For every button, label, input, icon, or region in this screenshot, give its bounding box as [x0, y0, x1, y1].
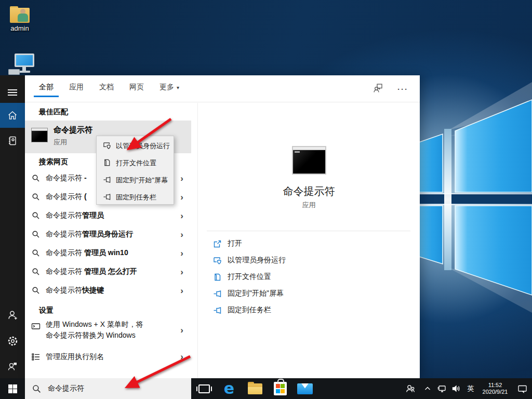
search-rail — [0, 75, 25, 378]
windows-logo-art — [416, 52, 532, 347]
desktop-icon-admin[interactable]: admin — [0, 6, 39, 32]
action-pin-to-start[interactable]: 固定到"开始"屏幕 — [198, 285, 420, 302]
system-tray: 英 11:52 2020/9/21 — [400, 378, 532, 399]
search-query-text: 命令提示符 — [48, 384, 84, 393]
chevron-right-icon[interactable]: › — [180, 211, 183, 220]
action-pin-to-taskbar[interactable]: 固定到任务栏 — [198, 302, 420, 318]
tab-all[interactable]: 全部 — [39, 79, 54, 98]
search-icon — [32, 249, 40, 257]
tray-overflow-button[interactable] — [421, 378, 434, 399]
web-search-section-label: 搜索网页 — [39, 157, 68, 167]
context-menu: 以管理员身份运行 打开文件位置 固定到"开始"屏幕 固定到任务栏 — [96, 136, 174, 205]
store-button[interactable] — [268, 378, 292, 399]
chevron-up-icon — [424, 385, 431, 392]
setting-row-winx[interactable]: 使用 Windows + X 菜单时，将 命令提示符替换为 Windows › — [25, 317, 191, 344]
search-icon — [32, 211, 40, 220]
network-icon — [437, 384, 446, 393]
preview-pane: 命令提示符 应用 打开 以管理员身份运行 打开文件位置 — [197, 103, 420, 378]
clock[interactable]: 11:52 2020/9/21 — [478, 378, 512, 399]
speaker-icon — [451, 384, 461, 393]
suggestion-row-6[interactable]: 命令提示符 管理员 怎么打开 › — [25, 262, 191, 281]
search-panel: 全部 应用 文档 网页 更多▾ ··· 最佳匹配 — [25, 75, 420, 378]
taskbar-search-box[interactable]: 命令提示符 — [25, 378, 191, 399]
start-button[interactable] — [0, 378, 25, 399]
chevron-right-icon[interactable]: › — [180, 230, 183, 239]
cmd-app-icon-large — [292, 146, 326, 175]
network-button[interactable] — [434, 378, 449, 399]
search-icon — [32, 230, 40, 238]
setting-row-aliases[interactable]: 管理应用执行别名 › — [25, 350, 191, 365]
journal-button[interactable] — [0, 129, 25, 153]
action-center-button[interactable] — [512, 378, 532, 399]
menu-button[interactable] — [0, 81, 25, 104]
best-match-section-label: 最佳匹配 — [39, 108, 68, 117]
chevron-right-icon[interactable]: › — [180, 174, 183, 183]
action-open-file-location[interactable]: 打开文件位置 — [198, 269, 420, 285]
volume-button[interactable] — [449, 378, 463, 399]
task-view-button[interactable] — [192, 378, 216, 399]
ime-language-label: 英 — [468, 384, 474, 393]
edge-button[interactable]: e — [217, 378, 241, 399]
account-button[interactable] — [0, 302, 25, 327]
tray-date: 2020/9/21 — [483, 389, 508, 395]
tab-apps[interactable]: 应用 — [69, 79, 84, 98]
tab-web[interactable]: 网页 — [129, 79, 144, 98]
tab-more[interactable]: 更多▾ — [159, 79, 179, 98]
action-open[interactable]: 打开 — [198, 235, 420, 252]
cmd-app-icon-small — [31, 128, 48, 142]
settings-section-label: 设置 — [39, 306, 54, 315]
best-match-title: 命令提示符 — [54, 125, 92, 135]
chevron-right-icon[interactable]: › — [180, 326, 183, 335]
taskbar: 命令提示符 e — [0, 378, 532, 399]
windows-logo-icon — [8, 384, 17, 393]
tab-documents[interactable]: 文档 — [99, 79, 114, 98]
pin-icon — [213, 306, 222, 315]
ime-indicator[interactable]: 英 — [463, 378, 478, 399]
preview-divider — [207, 231, 410, 231]
open-icon — [213, 240, 222, 248]
header-feedback-button[interactable] — [373, 82, 384, 96]
chevron-right-icon[interactable]: › — [180, 268, 183, 276]
suggestion-row-7[interactable]: 命令提示符快捷键 › — [25, 281, 191, 300]
settings-button[interactable] — [0, 328, 25, 353]
desktop-icon-this-pc[interactable] — [2, 54, 42, 75]
suggestion-row-3[interactable]: 命令提示符管理员 › — [25, 206, 191, 225]
store-icon — [274, 382, 287, 395]
console-window-icon — [31, 322, 41, 331]
chevron-right-icon[interactable]: › — [180, 286, 183, 295]
tabs: 全部 应用 文档 网页 更多▾ — [25, 79, 179, 98]
chevron-right-icon[interactable]: › — [180, 352, 183, 361]
preview-title: 命令提示符 — [198, 184, 420, 198]
suggestion-row-5[interactable]: 命令提示符 管理员 win10 › — [25, 244, 191, 262]
search-icon — [32, 174, 40, 182]
file-explorer-button[interactable] — [243, 378, 267, 399]
people-icon — [405, 383, 416, 394]
journal-icon — [7, 136, 18, 146]
suggestion-row-4[interactable]: 命令提示符管理员身份运行 › — [25, 225, 191, 244]
context-menu-open-file-location[interactable]: 打开文件位置 — [97, 154, 174, 171]
search-icon — [32, 384, 41, 393]
context-menu-pin-to-taskbar[interactable]: 固定到任务栏 — [97, 188, 174, 205]
feedback-chat-icon — [373, 82, 384, 94]
home-icon — [7, 110, 18, 121]
shield-admin-icon — [103, 141, 111, 150]
gear-icon — [7, 336, 18, 347]
action-run-as-admin[interactable]: 以管理员身份运行 — [198, 252, 420, 269]
tray-time: 11:52 — [483, 382, 508, 389]
chevron-right-icon[interactable]: › — [180, 193, 183, 202]
mail-button[interactable] — [293, 378, 317, 399]
context-menu-pin-to-start[interactable]: 固定到"开始"屏幕 — [97, 171, 174, 188]
file-explorer-icon — [248, 383, 262, 394]
caret-down-icon: ▾ — [177, 85, 179, 90]
user-add-icon — [7, 310, 18, 321]
file-location-icon — [213, 273, 222, 282]
people-button[interactable] — [400, 378, 421, 399]
more-options-button[interactable]: ··· — [397, 85, 408, 94]
search-icon — [32, 286, 40, 295]
rail-feedback-button[interactable] — [0, 354, 25, 378]
file-location-icon — [103, 158, 111, 167]
context-menu-run-as-admin[interactable]: 以管理员身份运行 — [97, 137, 174, 154]
search-icon — [32, 268, 40, 276]
home-button[interactable] — [0, 103, 25, 128]
chevron-right-icon[interactable]: › — [180, 249, 183, 258]
